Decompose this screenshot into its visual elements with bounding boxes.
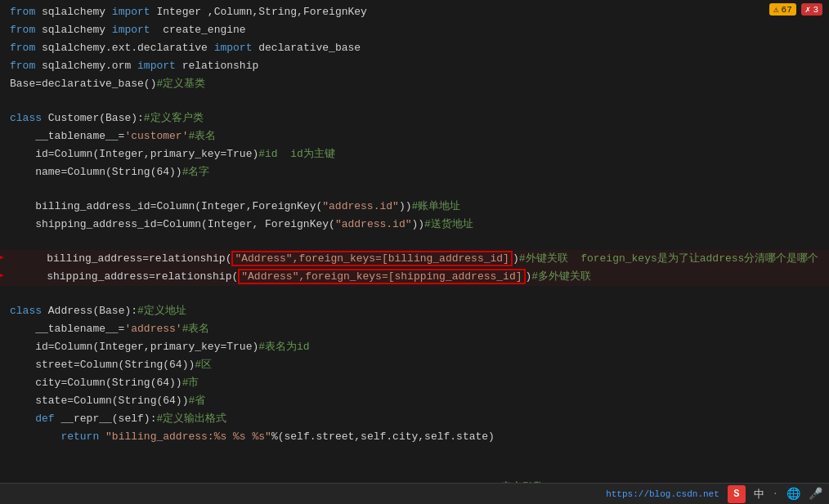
csdn-icon[interactable]: S: [728, 485, 746, 503]
code-token: "address.id": [322, 200, 399, 212]
code-lines: from sqlalchemy import Integer ,Column,S…: [0, 3, 829, 504]
code-token: Address(Base):: [42, 305, 137, 317]
line-9: id=Column(Integer,primary_key=True)#id i…: [0, 145, 829, 163]
code-token: "Address",foreign_keys=[shipping_address…: [241, 270, 522, 283]
code-token: sqlalchemy.orm: [35, 60, 137, 72]
bottom-right: https://blog.csdn.net S 中 · 🌐 🎤: [606, 485, 822, 503]
code-token: import: [214, 42, 253, 54]
code-token: declarative_base: [252, 42, 361, 54]
line-16: ➤ shipping_address=relationship("Address…: [0, 268, 829, 286]
code-editor: ⚠ 67 ✗ 3 from sqlalchemy import Integer …: [0, 0, 829, 504]
line-7: class Customer(Base):#定义客户类: [0, 109, 829, 127]
code-token: "Address",foreign_keys=[billing_address_…: [235, 252, 509, 265]
globe-icon[interactable]: 🌐: [786, 487, 800, 501]
line-content-3: from sqlalchemy.ext.declarative import d…: [7, 40, 829, 56]
code-token: import: [112, 24, 150, 36]
code-token: import: [137, 60, 176, 72]
code-token: #账单地址: [412, 200, 461, 212]
code-token: create_engine: [150, 24, 246, 36]
line-20: id=Column(Integer,primary_key=True)#表名为i…: [0, 338, 829, 356]
line-3: from sqlalchemy.ext.declarative import d…: [0, 39, 829, 57]
highlighted-box: "Address",foreign_keys=[billing_address_…: [231, 251, 512, 266]
code-token: from: [10, 60, 35, 72]
line-content-5: Base=declarative_base()#定义基类: [7, 76, 829, 92]
line-13: shipping_address_id=Column(Integer, Fore…: [0, 216, 829, 234]
line-content-20: id=Column(Integer,primary_key=True)#表名为i…: [7, 339, 829, 355]
line-content-10: name=Column(String(64))#名字: [7, 164, 829, 181]
code-token: 'customer': [124, 130, 188, 142]
line-content-25: return "billing_address:%s %s %s"%(self.…: [7, 429, 829, 445]
csdn-link[interactable]: https://blog.csdn.net: [606, 489, 719, 499]
code-token: class: [10, 305, 42, 317]
code-token: #多外键关联: [531, 270, 591, 283]
code-token: #名字: [182, 166, 210, 178]
arrow-indicator: ➤: [0, 251, 5, 267]
code-token: from: [10, 6, 35, 18]
code-token: #id id为主键: [258, 148, 335, 160]
code-token: 'address': [124, 323, 181, 335]
line-content-9: id=Column(Integer,primary_key=True)#id i…: [7, 146, 829, 163]
code-token: Integer ,Column,String,ForeignKey: [150, 6, 367, 18]
code-token: id=Column(Integer,primary_key=True): [10, 148, 258, 160]
line-6: [0, 93, 829, 109]
code-token: street=Column(String(64)): [10, 359, 195, 371]
line-1: from sqlalchemy import Integer ,Column,S…: [0, 3, 829, 21]
lang-zh[interactable]: 中: [754, 487, 764, 502]
line-content-16: shipping_address=relationship("Address",…: [18, 269, 829, 285]
line-content-7: class Customer(Base):#定义客户类: [7, 110, 829, 127]
line-content-12: billing_address_id=Column(Integer,Foreig…: [7, 198, 829, 215]
code-token: )): [412, 218, 425, 230]
line-14: [0, 234, 829, 250]
code-token: #定义客户类: [144, 112, 204, 124]
code-token: #区: [195, 359, 212, 371]
line-23: state=Column(String(64))#省: [0, 392, 829, 410]
mic-icon[interactable]: 🎤: [809, 487, 822, 501]
code-token: %(self.street,self.city,self.state): [271, 430, 495, 443]
line-content-2: from sqlalchemy import create_engine: [7, 22, 829, 38]
line-content-22: city=Column(String(64))#市: [7, 375, 829, 391]
code-token: billing_address_id=Column(Integer,Foreig…: [10, 200, 322, 212]
dot-icon: ·: [773, 488, 778, 500]
code-token: billing_address=relationship(: [21, 252, 231, 265]
code-token: #定义输出格式: [156, 413, 226, 425]
code-token: #定义基类: [156, 78, 205, 90]
code-token: sqlalchemy: [35, 6, 112, 18]
code-token: #送货地址: [424, 218, 473, 230]
code-token: __repr__(self):: [55, 413, 157, 425]
line-21: street=Column(String(64))#区: [0, 356, 829, 374]
code-token: state=Column(String(64)): [10, 395, 188, 407]
code-token: #省: [188, 395, 205, 407]
line-content-1: from sqlalchemy import Integer ,Column,S…: [7, 4, 829, 20]
code-token: Customer(Base):: [42, 112, 144, 124]
code-token: shipping_address=relationship(: [21, 270, 238, 283]
code-token: import: [112, 6, 150, 18]
line-26: [0, 446, 829, 462]
line-content-15: billing_address=relationship("Address",f…: [18, 251, 829, 267]
code-token: __tablename__=: [10, 323, 124, 335]
code-token: def: [10, 413, 55, 425]
line-4: from sqlalchemy.orm import relationship: [0, 57, 829, 75]
highlighted-box: "Address",foreign_keys=[shipping_address…: [238, 269, 525, 284]
bottom-bar: https://blog.csdn.net S 中 · 🌐 🎤: [0, 483, 829, 504]
code-token: name=Column(String(64)): [10, 166, 182, 178]
code-token: #表名为id: [258, 341, 309, 353]
code-token: from: [10, 42, 35, 54]
line-5: Base=declarative_base()#定义基类: [0, 75, 829, 93]
code-token: sqlalchemy: [35, 24, 112, 36]
code-token: __tablename__=: [10, 130, 124, 142]
line-10: name=Column(String(64))#名字: [0, 163, 829, 181]
line-content-8: __tablename__='customer'#表名: [7, 128, 829, 145]
code-token: )): [399, 200, 412, 212]
line-24: def __repr__(self):#定义输出格式: [0, 410, 829, 428]
code-token: shipping_address_id=Column(Integer, Fore…: [10, 218, 335, 230]
code-token: #定义地址: [137, 305, 186, 317]
line-2: from sqlalchemy import create_engine: [0, 21, 829, 39]
line-content-19: __tablename__='address'#表名: [7, 321, 829, 337]
line-25: return "billing_address:%s %s %s"%(self.…: [0, 428, 829, 446]
code-token: return: [10, 430, 105, 443]
line-content-21: street=Column(String(64))#区: [7, 357, 829, 373]
code-token: #市: [182, 377, 199, 389]
code-token: sqlalchemy.ext.declarative: [35, 42, 213, 54]
line-18: class Address(Base):#定义地址: [0, 302, 829, 320]
line-content-4: from sqlalchemy.orm import relationship: [7, 58, 829, 74]
